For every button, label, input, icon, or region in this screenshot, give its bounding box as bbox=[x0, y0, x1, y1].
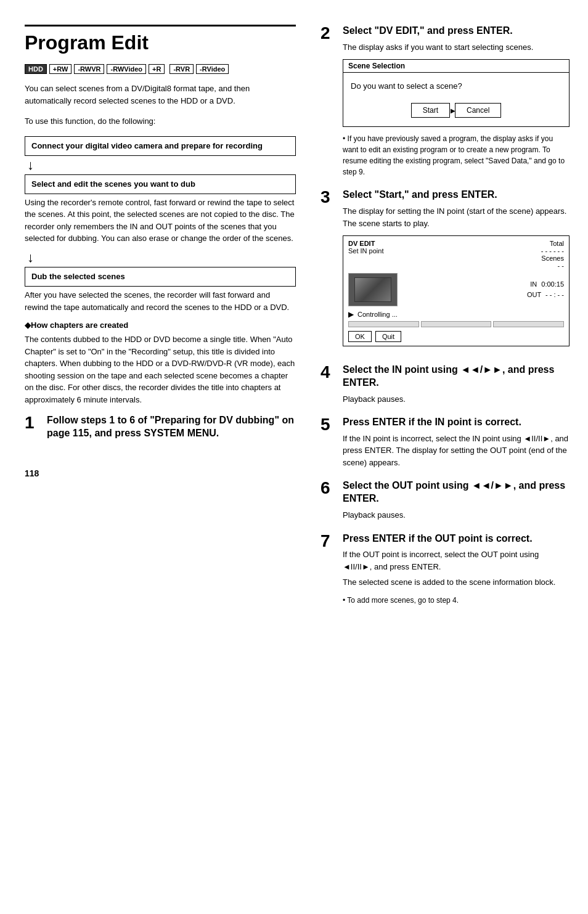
numbered-step-4: 4 Select the IN point using ◄◄/►►, and p… bbox=[321, 364, 570, 405]
badge-rwvideo: -RWVideo bbox=[107, 64, 146, 74]
step-content-2: Select "DV EDIT," and press ENTER. The d… bbox=[343, 25, 570, 177]
dv-out-label: OUT bbox=[527, 291, 541, 298]
intro-text1: You can select scenes from a DV/Digital8… bbox=[25, 83, 296, 107]
scene-selection-buttons: Start Cancel bbox=[351, 103, 561, 118]
step-heading-1: Follow steps 1 to 6 of "Preparing for DV… bbox=[47, 414, 296, 440]
step-num-2: 2 bbox=[321, 25, 338, 177]
step-num-3: 3 bbox=[321, 189, 338, 353]
cancel-button[interactable]: Cancel bbox=[455, 103, 501, 118]
numbered-step-3: 3 Select "Start," and press ENTER. The d… bbox=[321, 189, 570, 353]
dv-out-value: - - : - - bbox=[545, 291, 564, 298]
step-content-1: Follow steps 1 to 6 of "Preparing for DV… bbox=[47, 414, 296, 444]
how-chapters-section: ◆How chapters are created The contents d… bbox=[25, 320, 296, 406]
scene-selection-title: Scene Selection bbox=[343, 60, 569, 73]
step-desc-5: If the IN point is incorrect, select the… bbox=[343, 433, 570, 469]
badge-plusrw: +RW bbox=[49, 64, 72, 74]
dv-in-info: IN 0:00:15 bbox=[527, 279, 564, 290]
step-desc-2: The display asks if you want to start se… bbox=[343, 41, 570, 54]
dv-progress-bars bbox=[348, 321, 564, 327]
step-desc-3b: The scene starts to play. bbox=[343, 218, 570, 230]
step-desc-4: Playback pauses. bbox=[343, 393, 570, 406]
section3-body: After you have selected the scenes, the … bbox=[25, 289, 296, 313]
step-num-5: 5 bbox=[321, 416, 338, 468]
dv-quit-button[interactable]: Quit bbox=[375, 331, 401, 342]
step-box-select: Select and edit the scenes you want to d… bbox=[25, 174, 296, 194]
step-num-7: 7 bbox=[321, 532, 338, 606]
dv-edit-left-header: DV EDIT Set IN point bbox=[348, 240, 383, 269]
badge-rvr: -RVR bbox=[169, 64, 194, 74]
numbered-step-6: 6 Select the OUT point using ◄◄/►►, and … bbox=[321, 479, 570, 521]
dv-bottom-buttons: OK Quit bbox=[348, 331, 564, 342]
scene-selection-body: Do you want to select a scene? Start Can… bbox=[343, 73, 569, 126]
progress-seg-1 bbox=[348, 321, 419, 327]
step-content-7: Press ENTER if the OUT point is correct.… bbox=[343, 532, 570, 606]
dv-controls: ▶ Controlling ... bbox=[348, 310, 564, 319]
step-num-1: 1 bbox=[25, 414, 42, 444]
section2-body: Using the recorder's remote control, fas… bbox=[25, 197, 296, 245]
dv-thumbnail bbox=[348, 273, 398, 306]
dv-thumbnail-image bbox=[354, 277, 391, 302]
dv-scenes-dashes: - - bbox=[541, 262, 564, 269]
how-chapters-body: The contents dubbed to the HDD or DVD be… bbox=[25, 333, 296, 406]
badge-rvideo: -RVideo bbox=[196, 64, 229, 74]
dv-edit-subtitle: Set IN point bbox=[348, 247, 383, 255]
dv-total-label: Total bbox=[541, 240, 564, 247]
numbered-step-2: 2 Select "DV EDIT," and press ENTER. The… bbox=[321, 25, 570, 177]
step-desc-3a: The display for setting the IN point (st… bbox=[343, 205, 570, 218]
arrow-down-2: ↓ bbox=[27, 251, 296, 264]
step-heading-5: Press ENTER if the IN point is correct. bbox=[343, 416, 570, 429]
dv-controlling-text: Controlling ... bbox=[357, 311, 398, 318]
dv-out-info: OUT - - : - - bbox=[527, 290, 564, 301]
dv-scenes-label: Scenes bbox=[541, 255, 564, 262]
page-title: Program Edit bbox=[25, 25, 296, 54]
step-content-3: Select "Start," and press ENTER. The dis… bbox=[343, 189, 570, 353]
step-heading-3: Select "Start," and press ENTER. bbox=[343, 189, 570, 202]
dv-ok-button[interactable]: OK bbox=[348, 331, 372, 342]
format-badges: HDD +RW -RWVR -RWVideo +R -RVR -RVideo bbox=[25, 64, 296, 74]
scene-selection-question: Do you want to select a scene? bbox=[351, 81, 561, 91]
dv-in-value: 0:00:15 bbox=[541, 280, 564, 288]
dv-total-dashes: - - - - - - bbox=[541, 247, 564, 255]
step-desc-7b: The selected scene is added to the scene… bbox=[343, 576, 570, 589]
numbered-step-1: 1 Follow steps 1 to 6 of "Preparing for … bbox=[25, 414, 296, 444]
numbered-step-7: 7 Press ENTER if the OUT point is correc… bbox=[321, 532, 570, 606]
dv-edit-title: DV EDIT bbox=[348, 240, 383, 247]
dv-edit-middle: IN 0:00:15 OUT - - : - - bbox=[348, 273, 564, 306]
scene-selection-screen: Scene Selection Do you want to select a … bbox=[343, 59, 570, 127]
play-icon: ▶ bbox=[348, 310, 354, 319]
step-num-6: 6 bbox=[321, 479, 338, 521]
step-heading-7: Press ENTER if the OUT point is correct. bbox=[343, 532, 570, 545]
step-content-5: Press ENTER if the IN point is correct. … bbox=[343, 416, 570, 468]
step-desc-7a: If the OUT point is incorrect, select th… bbox=[343, 549, 570, 573]
arrow-down-1: ↓ bbox=[27, 158, 296, 172]
step-content-4: Select the IN point using ◄◄/►►, and pre… bbox=[343, 364, 570, 405]
dv-edit-header: DV EDIT Set IN point Total - - - - - - S… bbox=[348, 240, 564, 269]
step-heading-6: Select the OUT point using ◄◄/►►, and pr… bbox=[343, 479, 570, 505]
step-heading-4: Select the IN point using ◄◄/►►, and pre… bbox=[343, 364, 570, 390]
step-box-dub: Dub the selected scenes bbox=[25, 267, 296, 287]
start-button[interactable]: Start bbox=[411, 103, 450, 118]
progress-seg-2 bbox=[421, 321, 492, 327]
badge-hdd: HDD bbox=[25, 64, 47, 74]
badge-plusr: +R bbox=[149, 64, 165, 74]
dv-info-right: IN 0:00:15 OUT - - : - - bbox=[527, 279, 564, 301]
step-num-4: 4 bbox=[321, 364, 338, 405]
step-desc-6: Playback pauses. bbox=[343, 509, 570, 521]
how-chapters-title: ◆How chapters are created bbox=[25, 320, 296, 330]
step-heading-2: Select "DV EDIT," and press ENTER. bbox=[343, 25, 570, 38]
page-number: 118 bbox=[25, 468, 296, 478]
badge-rwvr: -RWVR bbox=[74, 64, 104, 74]
step-content-6: Select the OUT point using ◄◄/►►, and pr… bbox=[343, 479, 570, 521]
numbered-step-5: 5 Press ENTER if the IN point is correct… bbox=[321, 416, 570, 468]
step-desc-7-bullet: To add more scenes, go to step 4. bbox=[343, 595, 570, 606]
intro-text2: To use this function, do the following: bbox=[25, 115, 296, 128]
dv-in-label: IN bbox=[530, 280, 537, 288]
step-box-connect: Connect your digital video camera and pr… bbox=[25, 136, 296, 156]
note-step2: If you have previously saved a program, … bbox=[343, 133, 570, 177]
progress-seg-3 bbox=[493, 321, 564, 327]
dv-edit-right-header: Total - - - - - - Scenes - - bbox=[541, 240, 564, 269]
dv-edit-screen: DV EDIT Set IN point Total - - - - - - S… bbox=[343, 235, 570, 346]
